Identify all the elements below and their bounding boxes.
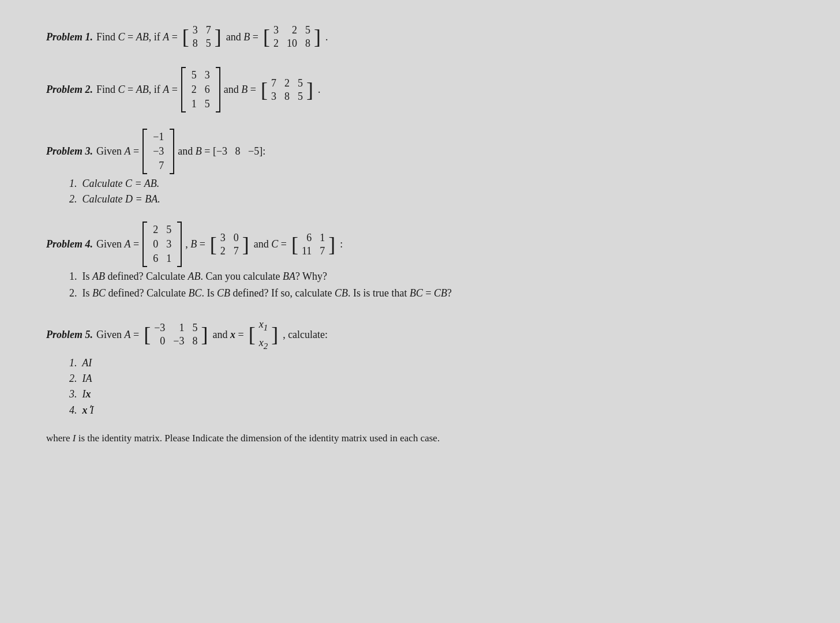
problem-3-sub-1: 1. Calculate C = AB. — [69, 178, 794, 190]
problem-5: Problem 5. Given A = −3 1 5 0 −3 8 and x… — [46, 316, 794, 416]
problem-3-sub-2: 2. Calculate D = BA. — [69, 193, 794, 205]
problem-2-line: Problem 2. Find C = AB, if A = 5 3 2 6 1… — [46, 67, 794, 112]
problem-4-text: Given A = — [96, 238, 139, 250]
problem-1-text: Find C = AB, if A = — [96, 31, 178, 43]
footer-text: where I is the identity matrix. Please I… — [46, 433, 794, 444]
right-bracket-icon — [216, 67, 220, 112]
problem-4-matA: 2 5 0 3 6 1 — [142, 222, 182, 267]
problem-1-matA: 3 7 8 5 — [181, 23, 223, 51]
problem-2-matA: 5 3 2 6 1 5 — [181, 67, 220, 112]
problem-4-colon: : — [340, 238, 343, 250]
problem-3-matA-inner: −1 −3 7 — [149, 129, 167, 174]
right-bracket-icon — [170, 129, 174, 174]
problem-1-period: . — [325, 31, 328, 43]
left-bracket-icon — [142, 129, 147, 174]
problem-2-matA-inner: 5 3 2 6 1 5 — [188, 67, 213, 112]
problem-2-and: and B = — [224, 84, 256, 96]
problem-1-label: Problem 1. — [46, 31, 93, 43]
problem-3-and: and B = [−3 8 −5]: — [178, 145, 265, 157]
problem-5-line: Problem 5. Given A = −3 1 5 0 −3 8 and x… — [46, 316, 794, 354]
problem-2-matB-inner: 7 2 5 3 8 5 — [269, 76, 305, 104]
problem-4-line: Problem 4. Given A = 2 5 0 3 6 1 , B = 3… — [46, 222, 794, 267]
problem-5-sub-3: 3. Ix — [69, 388, 794, 400]
problem-1-matB-inner: 3 2 5 2 10 8 — [271, 23, 313, 51]
problem-5-matA-inner: −3 1 5 0 −3 8 — [152, 321, 200, 348]
problem-1-matA-inner: 3 7 8 5 — [190, 23, 213, 51]
problem-5-and: and x = — [212, 329, 243, 341]
problem-1-and: and B = — [226, 31, 258, 43]
left-bracket-icon — [181, 67, 186, 112]
right-bracket-icon — [177, 222, 182, 267]
left-bracket-icon — [142, 222, 147, 267]
problem-4-sub-1: 1. Is AB defined? Calculate AB. Can you … — [69, 271, 794, 283]
problem-5-matA: −3 1 5 0 −3 8 — [142, 321, 209, 348]
problem-3-line: Problem 3. Given A = −1 −3 7 and B = [−3… — [46, 129, 794, 174]
problem-1-line: Problem 1. Find C = AB, if A = 3 7 8 5 a… — [46, 23, 794, 51]
problem-2-label: Problem 2. — [46, 84, 93, 96]
problem-4-and: and C = — [254, 238, 287, 250]
problem-4: Problem 4. Given A = 2 5 0 3 6 1 , B = 3… — [46, 222, 794, 299]
problem-5-sub-4: 4. xʹI — [69, 404, 794, 416]
problem-1-matB: 3 2 5 2 10 8 — [262, 23, 322, 51]
problem-5-matX: x1 x2 — [247, 316, 280, 354]
problem-4-matC: 6 1 11 7 — [290, 231, 336, 258]
problem-2-text: Find C = AB, if A = — [96, 84, 178, 96]
problem-4-matA-inner: 2 5 0 3 6 1 — [149, 222, 175, 267]
problem-3: Problem 3. Given A = −1 −3 7 and B = [−3… — [46, 129, 794, 205]
problem-4-matB: 3 0 2 7 — [209, 231, 250, 258]
problem-4-sub-2: 2. Is BC defined? Calculate BC. Is CB de… — [69, 287, 794, 299]
problem-5-text: Given A = — [96, 329, 139, 341]
problem-5-matX-inner: x1 x2 — [257, 316, 271, 354]
problem-4-label: Problem 4. — [46, 238, 93, 250]
problem-5-sub-2: 2. IA — [69, 373, 794, 385]
problem-1: Problem 1. Find C = AB, if A = 3 7 8 5 a… — [46, 23, 794, 51]
problem-2-matB: 7 2 5 3 8 5 — [260, 76, 314, 104]
problem-3-matA: −1 −3 7 — [142, 129, 174, 174]
problem-4-matC-inner: 6 1 11 7 — [299, 231, 327, 258]
problem-5-label: Problem 5. — [46, 329, 93, 341]
problem-2-period: . — [318, 84, 321, 96]
problem-3-label: Problem 3. — [46, 145, 93, 157]
problem-4-comma: , B = — [185, 238, 205, 250]
problem-3-text: Given A = — [96, 145, 139, 157]
problem-5-calc: , calculate: — [283, 329, 328, 341]
problem-5-sub-1: 1. AI — [69, 357, 794, 369]
problem-2: Problem 2. Find C = AB, if A = 5 3 2 6 1… — [46, 67, 794, 112]
problem-4-matB-inner: 3 0 2 7 — [218, 231, 241, 258]
